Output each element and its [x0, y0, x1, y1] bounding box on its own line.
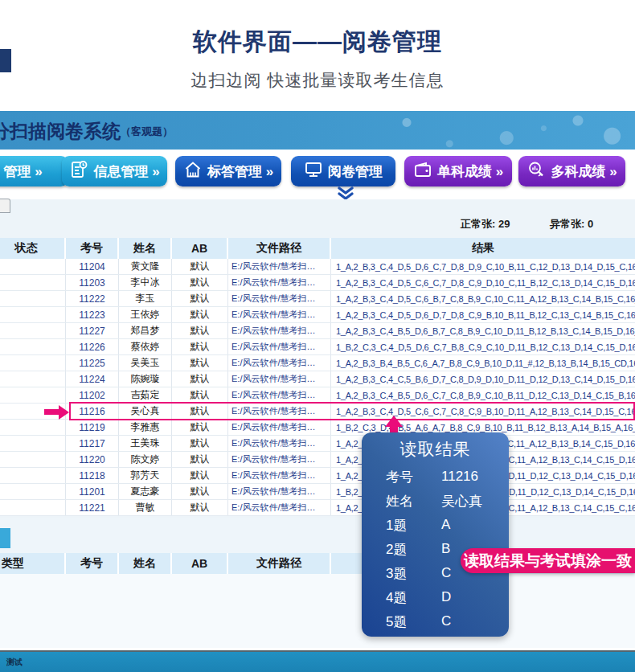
column-header-path[interactable]: 文件路径	[228, 238, 331, 259]
cell-exam-no: 11222	[66, 291, 119, 306]
table-row[interactable]: 11204黄文隆默认E:/风云软件/慧考扫…1_A,2_B,3_C,4_D,5_…	[0, 259, 635, 275]
wallet-icon	[413, 160, 432, 183]
cell-result: 1_A,2_B,3_C,4_D,5_D,6_D,7_D,8_C,9_B,10_B…	[331, 307, 635, 322]
column-header-path[interactable]: 文件路径	[228, 553, 331, 574]
cell-exam-no: 11223	[66, 307, 119, 322]
app-name: 分扫描阅卷系统	[0, 111, 121, 150]
table-row[interactable]: 11201夏志豪默认E:/风云软件/慧考扫…1_B,2_C,3_C,4_D,5_…	[0, 484, 635, 500]
popup-title: 读取结果	[362, 438, 509, 461]
cell-status	[0, 436, 66, 451]
results-panel: 正常张: 29 异常张: 0 状态 考号 姓名 AB 文件路径 结果 11204…	[0, 199, 635, 518]
cell-status	[0, 420, 66, 435]
titlebar: 分扫描阅卷系统 （客观题）	[0, 111, 635, 150]
normal-sheets-count: 正常张: 29	[461, 217, 510, 232]
nav-button-single-subject-score[interactable]: 单科成绩 »	[404, 156, 512, 186]
column-header-exam-no[interactable]: 考号	[66, 553, 119, 574]
cell-name: 蔡依婷	[119, 339, 172, 354]
cell-status	[0, 387, 66, 403]
cell-path: E:/风云软件/慧考扫…	[228, 355, 331, 371]
table-row[interactable]: 11216吴心真默认E:/风云软件/慧考扫…1_A,2_B,3_C,4_D,5_…	[0, 404, 635, 420]
cell-path: E:/风云软件/慧考扫…	[228, 259, 331, 274]
column-header-result[interactable]: 结果	[331, 238, 635, 259]
cell-exam-no: 11221	[66, 500, 119, 515]
table-row[interactable]: 11222李玉默认E:/风云软件/慧考扫…1_A,2_B,3_C,4_D,5_C…	[0, 291, 635, 307]
cell-result: 1_A,2_B,3_C,4_B,5_D,6_B,7_C,8_B,9_C,10_D…	[331, 323, 635, 338]
cell-status	[0, 339, 66, 354]
cell-path: E:/风云软件/慧考扫…	[228, 436, 331, 451]
cell-path: E:/风云软件/慧考扫…	[228, 468, 331, 483]
cell-status	[0, 275, 66, 290]
cell-result: 1_A,2_B,3_C,4_B,5_D,6_C,7_C,8_B,9_C,10_B…	[331, 387, 635, 403]
panel-corner-tab[interactable]	[0, 199, 10, 213]
nav-button-label: 阅卷管理	[328, 162, 383, 181]
search-chart-icon	[526, 160, 546, 183]
table-row[interactable]: 11218郭芳天默认E:/风云软件/慧考扫…1_A,2_B,3_C,4_D,5_…	[0, 468, 635, 484]
cell-name: 郑昌梦	[119, 323, 172, 338]
cell-ab: 默认	[172, 484, 228, 499]
nav-button-info-manage[interactable]: 信息管理 »	[62, 156, 167, 186]
page-title: 软件界面——阅卷管理	[0, 26, 635, 59]
cell-exam-no: 11224	[66, 371, 119, 387]
cell-exam-no: 11227	[66, 323, 119, 338]
cell-exam-no: 11218	[66, 468, 119, 483]
cell-name: 郭芳天	[119, 468, 172, 483]
table-row[interactable]: 11203李中冰默认E:/风云软件/慧考扫…1_A,2_B,3_C,4_D,5_…	[0, 275, 635, 291]
cell-status	[0, 500, 66, 515]
cell-ab: 默认	[172, 468, 228, 483]
cell-path: E:/风云软件/慧考扫…	[228, 371, 331, 387]
cell-exam-no: 11226	[66, 339, 119, 354]
cell-name: 吴美玉	[119, 355, 172, 371]
cell-path: E:/风云软件/慧考扫…	[228, 275, 331, 290]
table-row[interactable]: 11202吉茹定默认E:/风云软件/慧考扫…1_A,2_B,3_C,4_B,5_…	[0, 387, 635, 404]
nav-button-label: 多科成绩 »	[551, 162, 617, 181]
abnormal-table-body	[0, 574, 635, 648]
home-icon	[183, 160, 203, 183]
cell-ab: 默认	[172, 436, 228, 451]
table-row[interactable]: 11220陈文婷默认E:/风云软件/慧考扫…1_A,2_B,3_C,4_D,5_…	[0, 452, 635, 468]
panel-tab-cyan[interactable]	[0, 528, 10, 548]
nav-button-project-manage[interactable]: 管理 »	[0, 156, 68, 186]
titlebar-bubbles-decor	[350, 111, 635, 150]
cell-path: E:/风云软件/慧考扫…	[228, 291, 331, 306]
cell-ab: 默认	[172, 500, 228, 515]
table-row[interactable]: 11225吴美玉默认E:/风云软件/慧考扫…1_A,2_B,3_B,4_B,5_…	[0, 355, 635, 371]
column-header-type[interactable]: 类型	[0, 553, 66, 574]
column-header-ab[interactable]: AB	[172, 238, 228, 259]
cell-ab: 默认	[172, 355, 228, 371]
cell-name: 王美珠	[119, 436, 172, 451]
table-row[interactable]: 11217王美珠默认E:/风云软件/慧考扫…1_A,2_B,3_C,4_D,5_…	[0, 436, 635, 452]
table-row[interactable]: 11227郑昌梦默认E:/风云软件/慧考扫…1_A,2_B,3_C,4_B,5_…	[0, 323, 635, 339]
column-header-name[interactable]: 姓名	[119, 553, 172, 574]
column-header-name[interactable]: 姓名	[119, 238, 172, 259]
nav-button-grading-manage[interactable]: 阅卷管理	[291, 156, 395, 186]
table-row[interactable]: 11226蔡依婷默认E:/风云软件/慧考扫…1_B,2_C,3_C,4_D,5_…	[0, 339, 635, 355]
cell-name: 黄文隆	[119, 259, 172, 274]
cell-exam-no: 11217	[66, 436, 119, 451]
cell-ab: 默认	[172, 307, 228, 322]
cell-path: E:/风云软件/慧考扫…	[228, 452, 331, 467]
nav-button-label: 管理 »	[3, 162, 42, 181]
column-header-exam-no[interactable]: 考号	[66, 238, 119, 259]
read-result-popup: 读取结果 考号 11216 姓名 吴心真 1题 A 2题 B 3题 C	[362, 432, 509, 637]
scan-stats: 正常张: 29 异常张: 0	[0, 214, 635, 235]
cell-name: 李雅惠	[119, 420, 172, 435]
cell-exam-no: 11204	[66, 259, 119, 274]
table-row[interactable]: 11223王依婷默认E:/风云软件/慧考扫…1_A,2_B,3_C,4_D,5_…	[0, 307, 635, 323]
cell-result: 1_A,2_B,3_C,4_D,5_C,6_C,7_D,8_C,9_D,10_C…	[331, 275, 635, 290]
cell-ab: 默认	[172, 323, 228, 338]
column-header-ab[interactable]: AB	[172, 553, 228, 574]
cell-result: 1_A,2_B,3_C,4_D,5_C,6_C,7_C,8_C,9_B,10_D…	[331, 404, 635, 419]
results-table-body: 11204黄文隆默认E:/风云软件/慧考扫…1_A,2_B,3_C,4_D,5_…	[0, 259, 635, 516]
table-row[interactable]: 11221曹敏默认E:/风云软件/慧考扫…1_A,2_B,3_C,4_D,5_C…	[0, 500, 635, 516]
cell-path: E:/风云软件/慧考扫…	[228, 387, 331, 403]
column-header-status[interactable]: 状态	[0, 238, 66, 259]
nav-button-answer-manage[interactable]: 标答管理 »	[175, 156, 281, 186]
cell-exam-no: 11203	[66, 275, 119, 290]
table-row[interactable]: 11219李雅惠默认E:/风云软件/慧考扫…1_B,2_C,3_D,4_B,5_…	[0, 420, 635, 436]
cell-name: 吉茹定	[119, 387, 172, 403]
popup-field-q4: 4题 D	[386, 585, 482, 609]
nav-button-multi-subject-score[interactable]: 多科成绩 »	[518, 156, 625, 186]
cell-result: 1_A,2_B,3_C,4_C,5_B,6_D,7_C,8_D,9_D,10_D…	[331, 371, 635, 387]
results-table-header: 状态 考号 姓名 AB 文件路径 结果	[0, 238, 635, 259]
table-row[interactable]: 11224陈婉璇默认E:/风云软件/慧考扫…1_A,2_B,3_C,4_C,5_…	[0, 371, 635, 387]
